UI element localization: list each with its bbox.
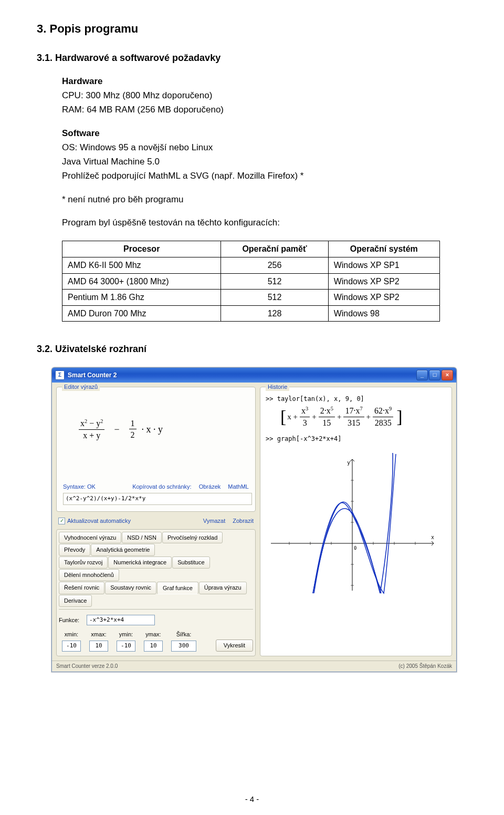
copy-label: Kopírovat do schránky: xyxy=(132,483,192,491)
table-row: AMD 64 3000+ (1800 Mhz)512Windows XP SP2 xyxy=(62,273,440,290)
syntax-status: OK xyxy=(87,483,96,490)
clear-link[interactable]: Vymazat xyxy=(203,517,225,525)
history-panel: Historie >> taylor[tan(x), x, 9, 0] [ x … xyxy=(260,387,452,656)
function-input[interactable]: -x^3+2*x+4 xyxy=(87,615,155,626)
status-version: Smart Counter verze 2.0.0 xyxy=(56,663,118,670)
hw-heading: Hardware xyxy=(62,76,102,86)
minimize-button[interactable]: _ xyxy=(416,370,428,380)
num-label: xmax: xyxy=(91,631,106,638)
table-cell: 128 xyxy=(221,305,328,322)
tabs-panel: Vyhodnocení výrazuNSD / NSNPrvočíselný r… xyxy=(56,529,256,657)
table-cell: Windows XP SP1 xyxy=(328,257,439,274)
tab--prava-v-razu[interactable]: Úprava výrazu xyxy=(199,582,247,594)
sw-heading: Software xyxy=(62,128,100,138)
config-table: ProcesorOperační paměťOperační systém AM… xyxy=(62,241,440,322)
raw-expression-input[interactable]: (x^2-y^2)/(x+y)-1/2*x*y xyxy=(63,493,252,505)
tab-nsd-nsn[interactable]: NSD / NSN xyxy=(122,532,162,544)
table-row: Pentium M 1.86 Ghz512Windows XP SP2 xyxy=(62,290,440,306)
tab-soustavy-rovnic[interactable]: Soustavy rovnic xyxy=(105,582,156,594)
heading-3: 3. Popis programu xyxy=(37,21,467,37)
table-cell: AMD 64 3000+ (1800 Mhz) xyxy=(62,273,221,290)
maximize-button[interactable]: □ xyxy=(429,370,440,380)
table-cell: 512 xyxy=(221,273,328,290)
check-icon: ✓ xyxy=(58,518,65,524)
status-author: (c) 2005 Štěpán Kozák xyxy=(398,663,452,670)
svg-text:0: 0 xyxy=(354,545,356,551)
heading-3-2: 3.2. Uživatelské rozhraní xyxy=(37,343,467,355)
function-label: Funkce: xyxy=(59,616,82,624)
tab-prvo-seln-rozklad[interactable]: Prvočíselný rozklad xyxy=(162,532,223,544)
table-cell: Pentium M 1.86 Ghz xyxy=(62,290,221,306)
table-cell: 256 xyxy=(221,257,328,274)
tab--e-en-rovnic[interactable]: Řešení rovnic xyxy=(59,582,104,594)
table-cell: Windows 98 xyxy=(328,305,439,322)
close-button[interactable]: × xyxy=(442,370,453,380)
table-cell: Windows XP SP2 xyxy=(328,273,439,290)
hw-ram: RAM: 64 MB RAM (256 MB doporučeno) xyxy=(62,104,467,116)
table-header: Operační systém xyxy=(328,241,439,257)
tab-derivace[interactable]: Derivace xyxy=(59,595,92,607)
history-line-1: >> taylor[tan(x), x, 9, 0] xyxy=(266,395,446,403)
copy-image-link[interactable]: Obrázek xyxy=(199,483,221,491)
table-cell: AMD Duron 700 Mhz xyxy=(62,305,221,322)
hw-cpu: CPU: 300 Mhz (800 Mhz doporučeno) xyxy=(62,90,467,102)
tab-p-evody[interactable]: Převody xyxy=(59,544,90,556)
syntax-label: Syntaxe: xyxy=(63,483,86,490)
num-input-ymax[interactable]: 10 xyxy=(144,641,163,652)
taylor-output: [ x + x33 + 2·x515 + 17·x7315 + 62·x9283… xyxy=(279,405,446,429)
tab-graf-funkce[interactable]: Graf funkce xyxy=(157,582,198,594)
sw-jvm: Java Virtual Machine 5.0 xyxy=(62,156,467,168)
editor-caption: Editor výrazů xyxy=(62,383,100,391)
num-label: ymin: xyxy=(119,631,133,638)
num-input-xmax[interactable]: 10 xyxy=(89,641,108,652)
table-cell: AMD K6-II 500 Mhz xyxy=(62,257,221,274)
heading-3-1: 3.1. Hardwarové a softwarové požadavky xyxy=(37,51,467,64)
graph-plot: 0 x y xyxy=(266,449,439,596)
tab-vyhodnocen-v-razu[interactable]: Vyhodnocení výrazu xyxy=(59,532,121,544)
num-label: ymax: xyxy=(145,631,161,638)
table-row: AMD Duron 700 Mhz128Windows 98 xyxy=(62,305,440,322)
tab-substituce[interactable]: Substituce xyxy=(172,556,209,569)
tab-numerick-integrace[interactable]: Numerická integrace xyxy=(108,556,172,569)
auto-update-checkbox[interactable]: ✓ Aktualizovat automaticky xyxy=(58,517,131,525)
window-title: Smart Counter 2 xyxy=(68,371,413,379)
num-input-xmin[interactable]: -10 xyxy=(62,641,81,652)
num-label: xmin: xyxy=(65,631,78,638)
tab-taylor-v-rozvoj[interactable]: Taylorův rozvoj xyxy=(59,556,108,569)
sw-note: * není nutné pro běh programu xyxy=(62,194,467,206)
history-caption: Historie xyxy=(266,383,289,391)
tab-d-len-mnoho-len-[interactable]: Dělení mnohočlenů xyxy=(59,569,119,581)
table-cell: 512 xyxy=(221,290,328,306)
plot-button[interactable]: Vykreslit xyxy=(216,639,253,652)
svg-text:y: y xyxy=(347,460,350,466)
screenshot-window: Σ Smart Counter 2 _ □ × Editor výrazů x2… xyxy=(51,367,457,672)
table-header: Operační paměť xyxy=(221,241,328,257)
num-input-Šířka[interactable]: 300 xyxy=(171,641,196,652)
show-link[interactable]: Zobrazit xyxy=(233,517,254,525)
tested-intro: Program byl úspěšně testován na těchto k… xyxy=(62,217,467,229)
num-input-ymin[interactable]: -10 xyxy=(117,641,135,652)
sw-browser: Prohlížeč podporující MathML a SVG (např… xyxy=(62,170,467,182)
titlebar[interactable]: Σ Smart Counter 2 _ □ × xyxy=(52,368,456,383)
svg-text:x: x xyxy=(431,534,434,540)
table-row: AMD K6-II 500 Mhz256Windows XP SP1 xyxy=(62,257,440,274)
num-label: Šířka: xyxy=(176,631,192,638)
auto-update-label: Aktualizovat automaticky xyxy=(67,517,131,525)
rendered-expression: x2 − y2x + y − 12 · x · y xyxy=(79,418,249,441)
sw-os: OS: Windows 95 a novější nebo Linux xyxy=(62,142,467,154)
editor-panel: Editor výrazů x2 − y2x + y − 12 · x · y … xyxy=(56,387,256,512)
app-icon: Σ xyxy=(55,370,65,380)
copy-mathml-link[interactable]: MathML xyxy=(228,483,249,491)
table-cell: Windows XP SP2 xyxy=(328,290,439,306)
history-line-2: >> graph[-x^3+2*x+4] xyxy=(266,435,446,443)
table-header: Procesor xyxy=(62,241,221,257)
page-number: - 4 - xyxy=(0,794,504,804)
tab-analytick-geometrie[interactable]: Analytická geometrie xyxy=(91,544,155,556)
